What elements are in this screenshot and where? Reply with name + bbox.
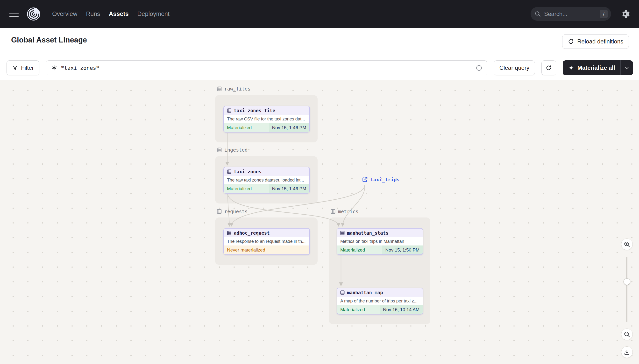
- nav-runs[interactable]: Runs: [86, 10, 100, 18]
- asset-description: The raw CSV file for the taxi zones dat.…: [224, 115, 309, 123]
- materialization-status: Materialized: [224, 125, 252, 130]
- asset-selection-input[interactable]: *taxi_zones*: [46, 60, 487, 75]
- lineage-edges: [0, 80, 639, 364]
- asset-name: taxi_zones_file: [234, 108, 275, 113]
- search-placeholder: Search...: [544, 10, 596, 18]
- group-icon: [217, 209, 222, 214]
- zoom-out-button[interactable]: [621, 328, 633, 340]
- reload-definitions-label: Reload definitions: [577, 38, 623, 45]
- top-navbar: Overview Runs Assets Deployment Search..…: [0, 0, 639, 28]
- download-view-button[interactable]: [621, 346, 633, 358]
- group-name: requests: [224, 208, 248, 214]
- zoom-in-icon: [623, 241, 630, 248]
- asset-node-manhattan-stats[interactable]: manhattan_stats Metrics on taxi trips in…: [337, 228, 423, 255]
- sparkle-icon: [568, 65, 574, 71]
- materialize-all-split-button: Materialize all: [563, 60, 633, 75]
- refresh-graph-button[interactable]: [541, 60, 556, 75]
- asset-name: manhattan_map: [347, 290, 383, 295]
- asset-node-header: taxi_zones_file: [224, 106, 309, 115]
- asset-node-taxi-zones-file[interactable]: taxi_zones_file The raw CSV file for the…: [223, 106, 310, 132]
- clear-query-button[interactable]: Clear query: [494, 60, 535, 75]
- materialization-timestamp: Nov 15, 1:50 PM: [382, 246, 423, 254]
- group-name: ingested: [224, 147, 248, 153]
- chevron-down-icon: [624, 65, 629, 70]
- nav-overview[interactable]: Overview: [52, 10, 77, 18]
- materialization-status: Materialized: [224, 186, 252, 192]
- asset-node-adhoc-request[interactable]: adhoc_request The response to an request…: [223, 228, 310, 255]
- asset-description: The response to an request made in th...: [224, 237, 309, 246]
- primary-nav: Overview Runs Assets Deployment: [52, 10, 170, 18]
- materialization-timestamp: Nov 15, 1:46 PM: [269, 123, 309, 132]
- asset-status-bar: Materialized Nov 15, 1:46 PM: [224, 123, 309, 132]
- nav-deployment[interactable]: Deployment: [137, 10, 170, 18]
- table-icon: [340, 230, 345, 235]
- zoom-slider[interactable]: [626, 257, 627, 322]
- asset-node-manhattan-map[interactable]: manhattan_map A map of the number of tri…: [337, 288, 423, 314]
- asset-description: Metrics on taxi trips in Manhattan: [337, 237, 423, 246]
- filter-label: Filter: [21, 64, 34, 71]
- reload-definitions-button[interactable]: Reload definitions: [562, 34, 629, 49]
- zoom-slider-handle[interactable]: [623, 278, 630, 285]
- asset-node-header: taxi_zones: [224, 167, 309, 176]
- asset-status-bar: Materialized Nov 16, 10:14 AM: [337, 305, 423, 314]
- asset-node-header: manhattan_stats: [337, 228, 423, 237]
- download-icon: [623, 349, 630, 356]
- group-label-metrics[interactable]: metrics: [330, 208, 358, 215]
- search-icon: [534, 10, 541, 17]
- asset-status-bar: Materialized Nov 15, 1:46 PM: [224, 184, 309, 193]
- clear-query-label: Clear query: [499, 64, 529, 71]
- asset-description: The raw taxi zones dataset, loaded int..…: [224, 176, 309, 184]
- asset-name: manhattan_stats: [347, 230, 389, 236]
- asset-node-taxi-zones[interactable]: taxi_zones The raw taxi zones dataset, l…: [223, 167, 310, 194]
- asset-status-bar: Materialized Nov 15, 1:50 PM: [337, 246, 423, 254]
- table-icon: [340, 290, 345, 295]
- group-icon: [217, 86, 222, 92]
- filter-button[interactable]: Filter: [7, 60, 39, 75]
- search-input[interactable]: Search... /: [530, 7, 611, 21]
- group-name: metrics: [338, 208, 358, 214]
- page-title: Global Asset Lineage: [11, 36, 87, 44]
- asset-description: A map of the number of trips per taxi z.…: [337, 297, 423, 305]
- op-selector-icon: [51, 65, 57, 71]
- dagster-logo[interactable]: [27, 7, 41, 21]
- materialize-all-button[interactable]: Materialize all: [563, 60, 620, 75]
- materialization-status: Materialized: [337, 307, 365, 312]
- asset-node-header: manhattan_map: [337, 288, 423, 297]
- info-icon[interactable]: [476, 65, 482, 71]
- refresh-icon: [568, 38, 574, 45]
- asset-name: taxi_zones: [234, 169, 261, 174]
- menu-icon[interactable]: [9, 10, 19, 18]
- open-in-new-icon: [362, 176, 368, 183]
- materialization-status: Materialized: [337, 248, 365, 253]
- materialization-status: Never materialized: [224, 248, 265, 253]
- zoom-out-icon: [623, 331, 630, 338]
- search-shortcut-key: /: [600, 10, 608, 18]
- asset-selection-value: *taxi_zones*: [61, 65, 472, 71]
- gear-icon: [621, 10, 630, 18]
- zoom-in-button[interactable]: [621, 238, 633, 250]
- group-label-requests[interactable]: requests: [217, 208, 248, 215]
- settings-button[interactable]: [621, 10, 630, 18]
- nav-assets[interactable]: Assets: [109, 10, 129, 18]
- group-label-raw-files[interactable]: raw_files: [217, 85, 250, 93]
- table-icon: [227, 108, 232, 113]
- materialize-all-label: Materialize all: [577, 64, 615, 71]
- table-icon: [227, 230, 232, 235]
- group-icon: [330, 209, 336, 214]
- external-asset-name: taxi_trips: [370, 177, 399, 182]
- materialize-options-button[interactable]: [620, 60, 633, 75]
- group-icon: [217, 147, 222, 152]
- materialization-timestamp: Nov 15, 1:46 PM: [269, 184, 309, 193]
- lineage-toolbar: Filter *taxi_zones* Clear query: [7, 60, 633, 75]
- asset-status-bar: Never materialized: [224, 246, 309, 254]
- table-icon: [227, 169, 232, 174]
- lineage-canvas[interactable]: raw_files ingested requests metrics taxi…: [0, 80, 639, 364]
- group-name: raw_files: [224, 86, 250, 92]
- refresh-icon: [545, 65, 552, 71]
- group-label-ingested[interactable]: ingested: [217, 146, 248, 154]
- materialization-timestamp: Nov 16, 10:14 AM: [380, 305, 423, 314]
- external-asset-taxi-trips[interactable]: taxi_trips: [362, 176, 399, 183]
- asset-node-header: adhoc_request: [224, 228, 309, 237]
- asset-name: adhoc_request: [234, 230, 270, 236]
- filter-icon: [12, 65, 18, 71]
